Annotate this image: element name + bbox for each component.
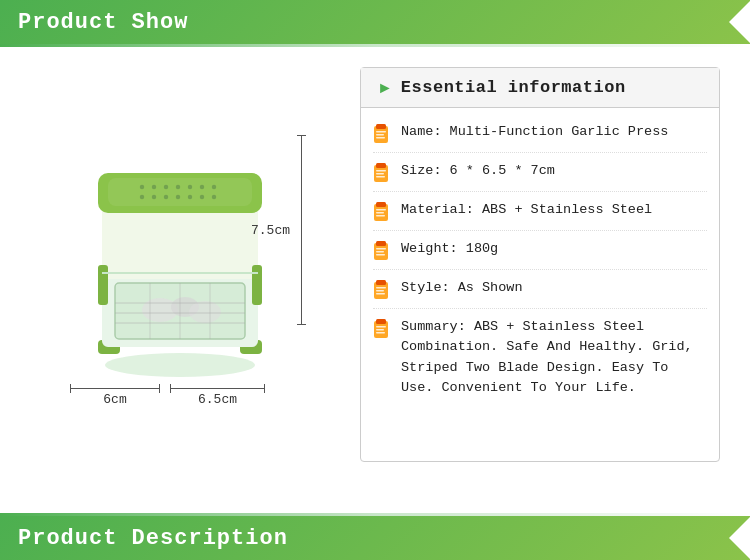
info-row: Style: As Shown	[373, 270, 707, 309]
info-row-icon	[373, 163, 393, 183]
svg-point-24	[140, 194, 144, 198]
product-description-header: Product Description	[0, 516, 750, 560]
product-image-wrapper: 7.5cm 6cm 6.5cm	[50, 105, 310, 425]
svg-point-26	[164, 194, 168, 198]
info-row-text: Weight: 180g	[401, 239, 707, 259]
svg-rect-38	[376, 137, 385, 139]
product-show-header: Product Show	[0, 0, 750, 44]
svg-rect-52	[376, 251, 384, 253]
info-row: Material: ABS + Stainless Steel	[373, 192, 707, 231]
svg-rect-37	[376, 134, 384, 136]
svg-rect-63	[376, 332, 385, 334]
info-row: Weight: 180g	[373, 231, 707, 270]
info-rows: Name: Multi-Function Garlic Press Size: …	[361, 108, 719, 412]
svg-rect-48	[376, 215, 385, 217]
info-row-text: Style: As Shown	[401, 278, 707, 298]
info-row-text: Name: Multi-Function Garlic Press	[401, 122, 707, 142]
svg-point-25	[152, 194, 156, 198]
width-label: 6cm	[103, 392, 126, 407]
svg-rect-32	[252, 265, 262, 305]
svg-rect-31	[98, 265, 108, 305]
height-dimension: 7.5cm	[301, 135, 302, 325]
svg-rect-60	[376, 319, 386, 324]
svg-point-17	[140, 184, 144, 188]
svg-point-20	[176, 184, 180, 188]
page-wrapper: Product Show	[0, 0, 750, 560]
svg-rect-41	[376, 170, 386, 172]
info-panel-title: Essential information	[401, 78, 626, 97]
svg-rect-40	[376, 163, 386, 168]
info-row: Size: 6 * 6.5 * 7cm	[373, 153, 707, 192]
svg-point-7	[189, 301, 221, 323]
info-row-text: Material: ABS + Stainless Steel	[401, 200, 707, 220]
depth-label: 6.5cm	[198, 392, 237, 407]
svg-point-18	[152, 184, 156, 188]
svg-rect-45	[376, 202, 386, 207]
svg-rect-55	[376, 280, 386, 285]
info-row-icon	[373, 202, 393, 222]
svg-point-23	[212, 184, 216, 188]
svg-rect-35	[376, 124, 386, 129]
info-row-icon	[373, 124, 393, 144]
svg-point-27	[176, 194, 180, 198]
svg-point-30	[212, 194, 216, 198]
svg-point-22	[200, 184, 204, 188]
svg-rect-42	[376, 173, 384, 175]
height-label: 7.5cm	[251, 222, 290, 237]
svg-rect-57	[376, 290, 384, 292]
svg-rect-61	[376, 326, 386, 328]
product-illustration	[70, 145, 290, 385]
product-image-area: 7.5cm 6cm 6.5cm	[30, 67, 330, 462]
product-show-title: Product Show	[18, 10, 188, 35]
width-dimension: 6cm	[70, 388, 160, 407]
info-row: Name: Multi-Function Garlic Press	[373, 114, 707, 153]
svg-rect-46	[376, 209, 386, 211]
product-description-title: Product Description	[18, 526, 288, 551]
svg-point-19	[164, 184, 168, 188]
svg-rect-58	[376, 293, 385, 295]
info-panel: ► Essential information Name: Multi-Func…	[360, 67, 720, 462]
info-row-icon	[373, 280, 393, 300]
svg-rect-16	[108, 178, 252, 206]
svg-rect-50	[376, 241, 386, 246]
svg-point-29	[200, 194, 204, 198]
svg-rect-43	[376, 176, 385, 178]
info-row: Summary: ABS + Stainless Steel Combinati…	[373, 309, 707, 406]
main-content: 7.5cm 6cm 6.5cm	[0, 47, 750, 477]
svg-point-0	[105, 353, 255, 377]
info-row-icon	[373, 241, 393, 261]
info-row-text: Summary: ABS + Stainless Steel Combinati…	[401, 317, 707, 398]
svg-rect-36	[376, 131, 386, 133]
svg-rect-51	[376, 248, 386, 250]
svg-rect-62	[376, 329, 384, 331]
svg-rect-47	[376, 212, 384, 214]
svg-point-28	[188, 194, 192, 198]
depth-dimension: 6.5cm	[170, 388, 265, 407]
svg-rect-53	[376, 254, 385, 256]
svg-rect-56	[376, 287, 386, 289]
svg-point-21	[188, 184, 192, 188]
svg-rect-14	[102, 205, 258, 279]
info-row-icon	[373, 319, 393, 339]
info-panel-arrow-icon: ►	[377, 79, 393, 97]
info-panel-header: ► Essential information	[361, 68, 719, 108]
info-row-text: Size: 6 * 6.5 * 7cm	[401, 161, 707, 181]
